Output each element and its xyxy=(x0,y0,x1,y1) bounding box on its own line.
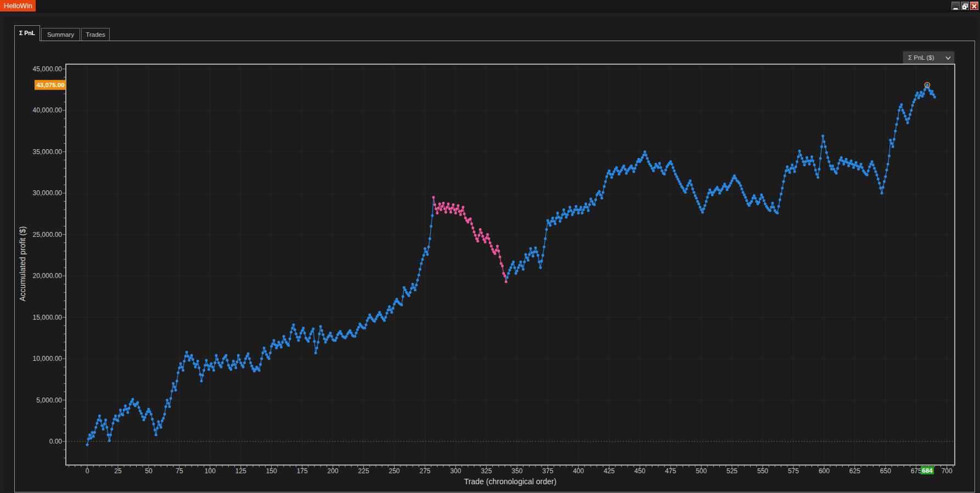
svg-text:125: 125 xyxy=(235,467,246,475)
svg-text:550: 550 xyxy=(757,467,768,475)
svg-text:625: 625 xyxy=(849,467,860,475)
svg-text:225: 225 xyxy=(358,467,369,475)
svg-text:35,000.00: 35,000.00 xyxy=(33,148,63,156)
svg-text:325: 325 xyxy=(481,467,492,475)
svg-text:150: 150 xyxy=(266,467,277,475)
svg-text:45,000.00: 45,000.00 xyxy=(33,65,63,73)
svg-text:175: 175 xyxy=(297,467,308,475)
svg-text:20,000.00: 20,000.00 xyxy=(33,272,63,280)
svg-text:275: 275 xyxy=(419,467,430,475)
svg-text:650: 650 xyxy=(880,467,891,475)
svg-text:0.00: 0.00 xyxy=(49,438,63,445)
svg-text:50: 50 xyxy=(145,467,153,475)
svg-text:700: 700 xyxy=(942,467,953,475)
svg-text:5,000.00: 5,000.00 xyxy=(36,396,62,404)
svg-text:575: 575 xyxy=(788,467,799,475)
svg-text:15,000.00: 15,000.00 xyxy=(33,314,63,321)
svg-text:25,000.00: 25,000.00 xyxy=(33,231,63,239)
svg-text:600: 600 xyxy=(819,467,830,475)
svg-text:Trade (chronological order): Trade (chronological order) xyxy=(464,477,556,486)
svg-text:475: 475 xyxy=(665,467,676,475)
svg-text:675: 675 xyxy=(911,467,922,475)
svg-text:300: 300 xyxy=(450,467,461,475)
svg-text:525: 525 xyxy=(726,467,737,475)
svg-text:100: 100 xyxy=(205,467,216,475)
svg-text:75: 75 xyxy=(176,467,183,475)
svg-text:350: 350 xyxy=(511,467,522,475)
svg-text:450: 450 xyxy=(634,467,645,475)
svg-text:375: 375 xyxy=(542,467,553,475)
svg-text:Accumulated profit ($): Accumulated profit ($) xyxy=(18,226,27,302)
svg-text:400: 400 xyxy=(573,467,584,475)
svg-text:500: 500 xyxy=(696,467,707,475)
svg-text:425: 425 xyxy=(604,467,615,475)
svg-text:684: 684 xyxy=(922,467,933,474)
svg-text:43,075.00: 43,075.00 xyxy=(36,82,64,88)
svg-text:40,000.00: 40,000.00 xyxy=(33,106,63,114)
svg-text:0: 0 xyxy=(86,467,89,475)
svg-text:25: 25 xyxy=(114,467,122,475)
svg-text:30,000.00: 30,000.00 xyxy=(33,189,63,197)
svg-text:250: 250 xyxy=(388,467,399,475)
svg-text:200: 200 xyxy=(328,467,339,475)
svg-text:10,000.00: 10,000.00 xyxy=(33,355,63,362)
